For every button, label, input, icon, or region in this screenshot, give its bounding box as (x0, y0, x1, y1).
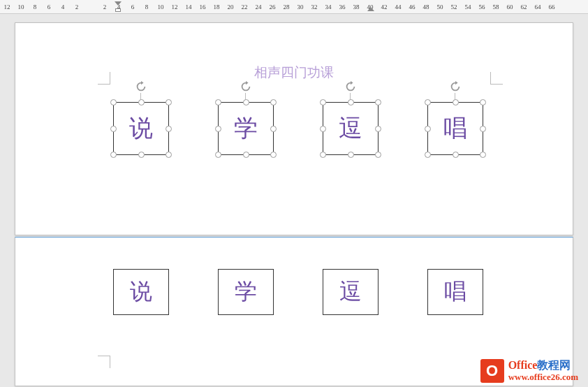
resize-handle[interactable] (215, 99, 221, 105)
margin-corner-icon (98, 356, 110, 368)
office-logo-icon: O (480, 359, 504, 383)
ruler-tick: 2 (98, 3, 112, 10)
margin-corner-icon (490, 72, 503, 85)
ruler-tick: 48 (419, 3, 433, 10)
resize-handle[interactable] (425, 99, 431, 105)
page-title[interactable]: 相声四门功课 (254, 64, 334, 82)
ruler-tick: 36 (335, 3, 349, 10)
ruler-tick: 44 (391, 3, 405, 10)
resize-handle[interactable] (243, 152, 249, 158)
ruler-tick: 50 (433, 3, 447, 10)
ruler-tick: 4 (56, 3, 70, 10)
text-box-selected[interactable]: 逗 (323, 102, 378, 155)
text-box-content[interactable]: 说 (129, 112, 153, 145)
ruler-tick: 62 (517, 3, 531, 10)
text-box[interactable]: 唱 (427, 269, 483, 315)
text-box-content[interactable]: 说 (130, 277, 152, 307)
ruler-tick: 14 (182, 3, 196, 10)
ruler-tick: 38 (349, 3, 363, 10)
ruler-tick: 66 (545, 3, 559, 10)
ruler-tick: 52 (447, 3, 461, 10)
text-box-content[interactable]: 学 (234, 112, 258, 145)
resize-handle[interactable] (270, 99, 277, 105)
text-box-content[interactable]: 学 (235, 277, 257, 307)
resize-handle[interactable] (453, 99, 459, 105)
margin-corner-icon (98, 72, 110, 85)
text-box-content[interactable]: 逗 (339, 112, 362, 145)
text-box-selected[interactable]: 唱 (427, 102, 483, 155)
ruler-tick: 2 (70, 3, 84, 10)
text-box[interactable]: 学 (218, 269, 274, 315)
resize-handle[interactable] (270, 126, 277, 132)
ruler-tick: 18 (210, 3, 223, 10)
resize-handle[interactable] (480, 126, 486, 132)
resize-handle[interactable] (243, 99, 249, 105)
resize-handle[interactable] (110, 126, 117, 132)
resize-handle[interactable] (348, 99, 354, 105)
resize-handle[interactable] (348, 152, 354, 158)
resize-handle[interactable] (375, 152, 381, 158)
ruler-tick: 64 (531, 3, 545, 10)
resize-handle[interactable] (480, 99, 486, 105)
text-box[interactable]: 说 (113, 269, 169, 315)
horizontal-ruler[interactable]: 12 10 8 6 4 2 2 4 6 8 10 12 14 16 18 20 … (0, 0, 588, 14)
ruler-tick: 54 (461, 3, 475, 10)
ruler-tick: 46 (405, 3, 419, 10)
ruler-tick: 56 (475, 3, 489, 10)
ruler-tick: 32 (307, 3, 321, 10)
resize-handle[interactable] (375, 99, 381, 105)
ruler-tick: 10 (14, 3, 28, 10)
resize-handle[interactable] (453, 152, 459, 158)
ruler-tick: 34 (321, 3, 335, 10)
resize-handle[interactable] (110, 152, 117, 158)
watermark-url: www.office26.com (508, 372, 578, 383)
ruler-tick: 6 (42, 3, 56, 10)
resize-handle[interactable] (270, 152, 277, 158)
ruler-tick: 12 (0, 3, 14, 10)
ruler-tick: 42 (377, 3, 391, 10)
text-box-content[interactable]: 逗 (339, 277, 362, 307)
ruler-tick: 12 (168, 3, 182, 10)
resize-handle[interactable] (166, 126, 172, 132)
text-box-selected[interactable]: 学 (218, 102, 274, 155)
resize-handle[interactable] (215, 126, 221, 132)
resize-handle[interactable] (110, 99, 117, 105)
resize-handle[interactable] (138, 152, 145, 158)
ruler-tick: 24 (251, 3, 265, 10)
watermark-title: Office教程网 (508, 359, 578, 372)
resize-handle[interactable] (320, 99, 326, 105)
resize-handle[interactable] (425, 152, 431, 158)
ruler-tick: 28 (279, 3, 293, 10)
ruler-tick: 60 (503, 3, 517, 10)
ruler-tick: 10 (154, 3, 168, 10)
ruler-tick: 58 (489, 3, 503, 10)
watermark-logo: O Office教程网 www.office26.com (480, 359, 578, 383)
resize-handle[interactable] (138, 99, 145, 105)
resize-handle[interactable] (425, 126, 431, 132)
text-box-content[interactable]: 唱 (444, 277, 466, 307)
ruler-tick: 26 (265, 3, 279, 10)
resize-handle[interactable] (375, 126, 381, 132)
ruler-tick: 6 (126, 3, 140, 10)
resize-handle[interactable] (320, 152, 326, 158)
rotate-handle-icon[interactable] (135, 80, 147, 93)
resize-handle[interactable] (166, 99, 172, 105)
text-box-selected[interactable]: 说 (113, 102, 169, 155)
rotate-handle-icon[interactable] (449, 80, 462, 93)
ruler-tick: 22 (237, 3, 251, 10)
ruler-tick: 16 (196, 3, 210, 10)
ruler-tick: 8 (28, 3, 42, 10)
indent-marker[interactable] (115, 0, 122, 14)
resize-handle[interactable] (215, 152, 221, 158)
text-box[interactable]: 逗 (323, 269, 378, 315)
resize-handle[interactable] (166, 152, 172, 158)
resize-handle[interactable] (480, 152, 486, 158)
ruler-tick: 30 (293, 3, 307, 10)
text-box-content[interactable]: 唱 (443, 112, 467, 145)
ruler-tick: 20 (223, 3, 237, 10)
document-page-1[interactable]: 相声四门功课 说 (15, 22, 573, 235)
resize-handle[interactable] (320, 126, 326, 132)
rotate-handle-icon[interactable] (240, 80, 252, 93)
document-workspace: 相声四门功课 说 (0, 14, 588, 387)
rotate-handle-icon[interactable] (344, 80, 357, 93)
